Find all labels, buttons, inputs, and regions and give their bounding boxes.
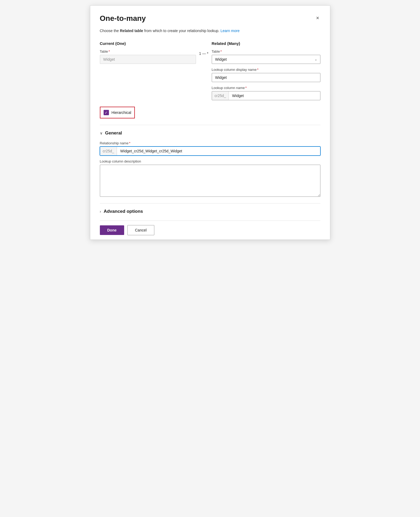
- advanced-section-label: Advanced options: [104, 209, 143, 214]
- close-button[interactable]: ×: [315, 14, 320, 22]
- learn-more-link[interactable]: Learn more: [221, 29, 240, 33]
- related-column: Related (Many) Table* Widget ⌄ Lookup co…: [212, 41, 320, 100]
- related-table-select-wrapper: Widget ⌄: [212, 55, 320, 64]
- related-table-required: *: [221, 49, 222, 53]
- general-toggle-button[interactable]: ∨ General: [100, 130, 122, 136]
- chevron-right-icon: ›: [100, 209, 101, 214]
- divider-2: [100, 203, 320, 203]
- connector-right: *: [207, 51, 208, 56]
- done-button[interactable]: Done: [100, 225, 124, 235]
- general-section-content: Relationship name* cr25d_ Lookup column …: [100, 141, 320, 198]
- dialog-header: One-to-many ×: [100, 14, 320, 23]
- lookup-display-label: Lookup column display name*: [212, 68, 320, 72]
- relationship-name-prefix: cr25d_: [100, 147, 117, 155]
- lookup-name-prefix: cr25d_: [212, 91, 229, 100]
- connector-dash: —: [202, 51, 206, 56]
- current-column: Current (One) Table* Widget: [100, 41, 196, 64]
- lookup-name-wrapper: cr25d_: [212, 91, 320, 100]
- cancel-button[interactable]: Cancel: [127, 225, 155, 235]
- relationship-name-label: Relationship name*: [100, 141, 320, 145]
- relationship-name-wrapper: cr25d_: [100, 146, 320, 156]
- connector-left: 1: [199, 51, 201, 56]
- connector: 1 — *: [196, 41, 212, 56]
- description-field-label: Lookup column description: [100, 159, 320, 163]
- general-section-label: General: [105, 130, 122, 136]
- hierarchical-label: Hierarchical: [112, 110, 131, 115]
- relationship-name-input[interactable]: [117, 147, 320, 155]
- current-table-label: Table*: [100, 49, 196, 53]
- related-column-label: Related (Many): [212, 41, 320, 46]
- related-table-select[interactable]: Widget: [212, 55, 320, 64]
- lookup-display-input[interactable]: [212, 73, 320, 82]
- description: Choose the Related table from which to c…: [100, 28, 320, 34]
- description-text1: Choose the: [100, 29, 120, 33]
- dialog-title: One-to-many: [100, 14, 146, 23]
- lookup-name-input[interactable]: [229, 91, 320, 100]
- lookup-name-required: *: [245, 86, 247, 90]
- description-bold: Related table: [120, 29, 143, 33]
- lookup-display-required: *: [257, 68, 258, 72]
- related-table-label: Table*: [212, 49, 320, 53]
- columns-row: Current (One) Table* Widget 1 — * Relate…: [100, 41, 320, 100]
- divider-1: [100, 125, 320, 125]
- hierarchical-checkbox[interactable]: ✓: [104, 110, 109, 115]
- general-section: ∨ General Relationship name* cr25d_ Look…: [100, 130, 320, 198]
- hierarchical-checkbox-label[interactable]: ✓ Hierarchical: [100, 107, 135, 118]
- current-table-required: *: [109, 49, 110, 53]
- lookup-name-label: Lookup column name*: [212, 86, 320, 90]
- chevron-down-icon: ∨: [100, 131, 103, 135]
- relationship-name-required: *: [129, 141, 130, 145]
- description-text2: from which to create your relationship l…: [143, 29, 220, 33]
- check-icon: ✓: [105, 111, 108, 114]
- hierarchical-section: ✓ Hierarchical: [100, 107, 320, 118]
- advanced-toggle-button[interactable]: › Advanced options: [100, 209, 143, 214]
- current-table-value: Widget: [100, 55, 196, 64]
- dialog-footer: Done Cancel: [100, 221, 320, 240]
- close-icon: ×: [316, 15, 319, 21]
- current-column-label: Current (One): [100, 41, 196, 46]
- description-textarea[interactable]: [100, 165, 320, 197]
- advanced-section: › Advanced options: [100, 209, 320, 214]
- dialog: One-to-many × Choose the Related table f…: [90, 5, 330, 240]
